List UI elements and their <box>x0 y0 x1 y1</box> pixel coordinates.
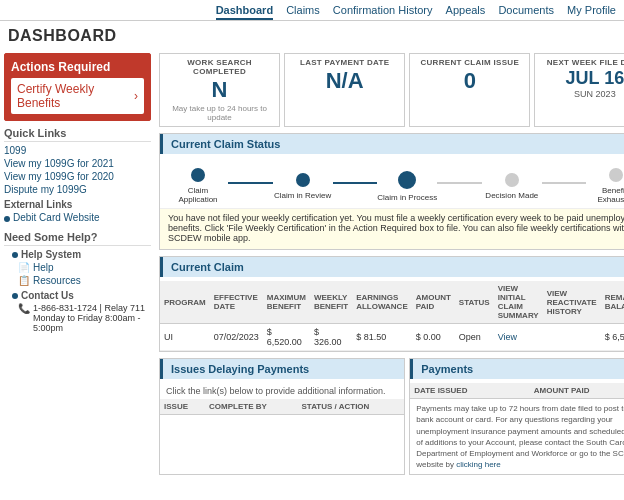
quick-links-section: Quick Links 1099 View my 1099G for 2021 … <box>4 127 151 225</box>
link-1099g-2021[interactable]: View my 1099G for 2021 <box>4 158 151 169</box>
issues-header: Issues Delaying Payments <box>160 359 404 379</box>
help-link[interactable]: Help <box>33 262 54 273</box>
nav-confirmation-history[interactable]: Confirmation History <box>333 4 433 16</box>
status-steps: Claim Application Claim in Review Claim … <box>160 158 624 208</box>
payments-note: Payments may take up to 72 hours from da… <box>410 399 624 474</box>
actions-required-title: Actions Required <box>11 60 144 74</box>
actions-required-box: Actions Required Certify Weekly Benefits… <box>4 53 151 121</box>
col-earnings-allowance: EARNINGS ALLOWANCE <box>352 281 412 324</box>
current-claim-status-header: Current Claim Status <box>160 134 624 154</box>
step-circle-1 <box>191 168 205 182</box>
col-weekly-benefit: WEEKLY BENEFIT <box>310 281 352 324</box>
help-system-subsection: Help System 📄 Help 📋 Resources <box>4 249 151 286</box>
payments-col-amount: AMOUNT PAID <box>530 383 624 399</box>
col-status: STATUS <box>455 281 494 324</box>
issues-sub-note: Click the link(s) below to provide addit… <box>160 383 404 399</box>
col-amount-paid: AMOUNT PAID <box>412 281 455 324</box>
chevron-right-icon: › <box>134 89 138 103</box>
clicking-here-link[interactable]: clicking here <box>456 460 500 469</box>
work-search-note: May take up to 24 hours to update <box>166 104 273 122</box>
row-view-link[interactable]: View <box>494 324 543 351</box>
issues-col-complete-by: COMPLETE BY <box>205 399 298 415</box>
work-search-value: N <box>166 78 273 102</box>
step-decision-made: Decision Made <box>482 173 542 200</box>
quick-links-title: Quick Links <box>4 127 151 142</box>
next-week-file-sub: SUN 2023 <box>541 89 624 99</box>
doc-icon: 📄 <box>18 262 30 273</box>
page-title: DASHBOARD <box>0 21 624 49</box>
top-navigation: Dashboard Claims Confirmation History Ap… <box>0 0 624 21</box>
stats-row: WORK SEARCH COMPLETED N May take up to 2… <box>159 53 624 127</box>
step-line-2 <box>333 182 378 184</box>
debit-card-link[interactable]: Debit Card Website <box>13 212 100 223</box>
step-claim-process: Claim in Process <box>377 171 437 202</box>
last-payment-stat: LAST PAYMENT DATE N/A <box>284 53 405 127</box>
status-note: You have not filed your weekly certifica… <box>160 208 624 249</box>
nav-my-profile[interactable]: My Profile <box>567 4 616 16</box>
current-claim-issue-stat: CURRENT CLAIM ISSUE 0 <box>409 53 530 127</box>
col-max-benefit: MAXIMUM BENEFIT <box>263 281 310 324</box>
row-program: UI <box>160 324 210 351</box>
nav-documents[interactable]: Documents <box>498 4 554 16</box>
link-1099g-2020[interactable]: View my 1099G for 2020 <box>4 171 151 182</box>
issues-col-status: STATUS / ACTION <box>298 399 405 415</box>
issues-table: ISSUE COMPLETE BY STATUS / ACTION <box>160 399 404 415</box>
step-label-5: Benefits Exhausted <box>586 186 624 204</box>
row-status: Open <box>455 324 494 351</box>
step-circle-2 <box>296 173 310 187</box>
certify-weekly-benefits-button[interactable]: Certify Weekly Benefits › <box>11 78 144 114</box>
contact-us-title: Contact Us <box>12 290 151 301</box>
step-circle-4 <box>505 173 519 187</box>
payments-header: Payments <box>410 359 624 379</box>
step-label-1: Claim Application <box>168 186 228 204</box>
next-week-file-label: NEXT WEEK FILE DATE <box>541 58 624 67</box>
nav-dashboard[interactable]: Dashboard <box>216 4 273 20</box>
need-help-title: Need Some Help? <box>4 231 151 246</box>
help-system-dot <box>12 252 18 258</box>
view-initial-claim-link[interactable]: View <box>498 332 517 342</box>
resources-link[interactable]: Resources <box>33 275 81 286</box>
file-icon: 📋 <box>18 275 30 286</box>
step-benefits-exhausted: Benefits Exhausted <box>586 168 624 204</box>
current-claim-issue-label: CURRENT CLAIM ISSUE <box>416 58 523 67</box>
last-payment-value: N/A <box>291 69 398 93</box>
step-circle-5 <box>609 168 623 182</box>
nav-claims[interactable]: Claims <box>286 4 320 16</box>
row-earnings-allowance: $ 81.50 <box>352 324 412 351</box>
step-label-3: Claim in Process <box>377 193 437 202</box>
row-weekly-benefit: $ 326.00 <box>310 324 352 351</box>
nav-appeals[interactable]: Appeals <box>446 4 486 16</box>
row-remaining-balance: $ 6,520.00 <box>601 324 624 351</box>
work-search-label: WORK SEARCH COMPLETED <box>166 58 273 76</box>
debit-card-link-item: Debit Card Website <box>4 212 151 225</box>
need-help-section: Need Some Help? Help System 📄 Help 📋 Res… <box>4 231 151 333</box>
claim-row: UI 07/02/2023 $ 6,520.00 $ 326.00 $ 81.5… <box>160 324 624 351</box>
contact-us-subsection: Contact Us 📞 1-866-831-1724 | Relay 711 … <box>4 290 151 333</box>
issues-panel: Issues Delaying Payments Click the link(… <box>159 358 405 475</box>
row-max-benefit: $ 6,520.00 <box>263 324 310 351</box>
row-amount-paid: $ 0.00 <box>412 324 455 351</box>
link-1099[interactable]: 1099 <box>4 145 151 156</box>
current-claim-issue-value: 0 <box>416 69 523 93</box>
next-week-file-stat: NEXT WEEK FILE DATE JUL 16 SUN 2023 <box>534 53 624 127</box>
row-reactivate <box>543 324 601 351</box>
link-dispute-1099g[interactable]: Dispute my 1099G <box>4 184 151 195</box>
step-claim-review: Claim in Review <box>273 173 333 200</box>
col-view-initial: VIEW INITIAL CLAIM SUMMARY <box>494 281 543 324</box>
step-line-1 <box>228 182 273 184</box>
bottom-panels: Issues Delaying Payments Click the link(… <box>159 358 624 475</box>
last-payment-label: LAST PAYMENT DATE <box>291 58 398 67</box>
contact-phone: 📞 1-866-831-1724 | Relay 711 Monday to F… <box>18 303 151 333</box>
payments-table: DATE ISSUED AMOUNT PAID <box>410 383 624 399</box>
current-claim-header: Current Claim <box>160 257 624 277</box>
col-program: PROGRAM <box>160 281 210 324</box>
step-line-4 <box>542 182 587 184</box>
step-line-3 <box>437 182 482 184</box>
current-claim-table: PROGRAM EFFECTIVE DATE MAXIMUM BENEFIT W… <box>160 281 624 351</box>
sidebar: Actions Required Certify Weekly Benefits… <box>0 49 155 479</box>
work-search-stat: WORK SEARCH COMPLETED N May take up to 2… <box>159 53 280 127</box>
help-system-title: Help System <box>12 249 151 260</box>
resources-link-item: 📋 Resources <box>18 275 151 286</box>
col-effective-date: EFFECTIVE DATE <box>210 281 263 324</box>
col-view-reactivate: VIEW REACTIVATE HISTORY <box>543 281 601 324</box>
